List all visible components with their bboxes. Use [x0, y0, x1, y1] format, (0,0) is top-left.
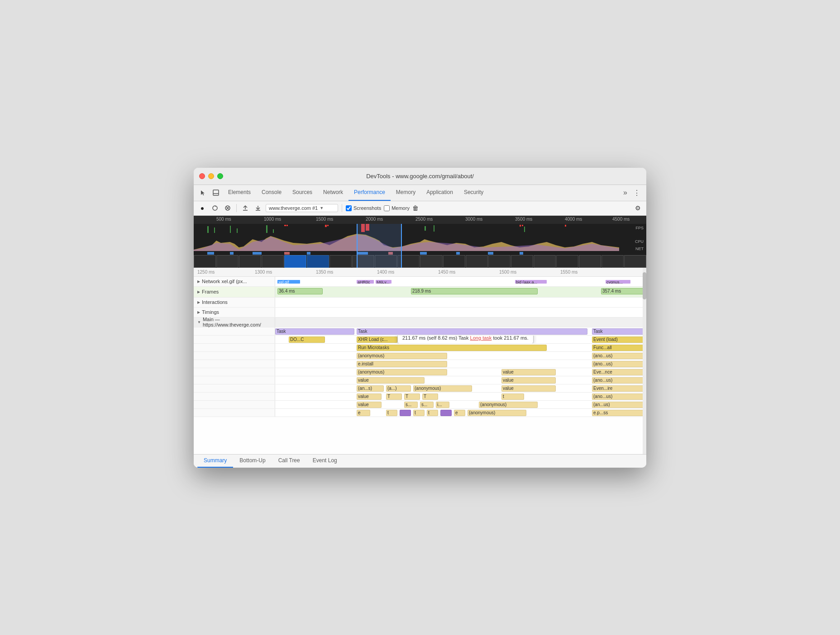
t-e-block-1[interactable]: t: [386, 410, 397, 416]
t-block-4[interactable]: t: [501, 393, 524, 400]
cursor-icon[interactable]: [197, 187, 209, 199]
close-button[interactable]: [199, 173, 205, 179]
anon-block-2[interactable]: (anonymous): [357, 369, 447, 375]
tab-bottom-up[interactable]: Bottom-Up: [233, 454, 272, 468]
screenshot-thumb-active[interactable]: [284, 255, 306, 268]
screenshot-thumb[interactable]: [262, 255, 284, 268]
t-block-1[interactable]: T: [386, 393, 402, 400]
maximize-button[interactable]: [217, 173, 223, 179]
value-block-1[interactable]: value: [501, 369, 556, 375]
clear-button[interactable]: [223, 203, 233, 213]
ano-us-block-1[interactable]: (ano...us): [592, 353, 646, 359]
eve-nce-block[interactable]: Eve...nce: [592, 369, 646, 375]
frame-2[interactable]: 218.9 ms: [411, 288, 538, 294]
tab-elements[interactable]: Elements: [223, 185, 256, 201]
trash-button[interactable]: 🗑: [412, 204, 419, 212]
scrollbar-thumb[interactable]: [643, 272, 646, 299]
tab-performance[interactable]: Performance: [348, 185, 391, 201]
net-item-cygnus[interactable]: cygnus...: [606, 280, 630, 284]
tab-summary[interactable]: Summary: [197, 454, 233, 468]
dock-icon[interactable]: [210, 187, 222, 199]
net-item-xhr[interactable]: xel.gif: [277, 280, 300, 284]
devtools-menu-button[interactable]: ⋮: [631, 187, 643, 199]
minimize-button[interactable]: [208, 173, 214, 179]
screenshot-thumb[interactable]: [239, 255, 261, 268]
einstall-block[interactable]: e.install: [357, 361, 447, 367]
e-block-2[interactable]: e: [454, 410, 465, 416]
more-tabs-button[interactable]: »: [620, 189, 630, 197]
anon-block-1[interactable]: (anonymous): [357, 353, 447, 359]
tab-memory[interactable]: Memory: [391, 185, 421, 201]
timings-row-label[interactable]: ▶ Timings: [194, 308, 275, 317]
screenshot-thumb[interactable]: [420, 255, 442, 268]
xhr-load-block[interactable]: XHR Load (c...: [357, 336, 397, 343]
epss-block[interactable]: e.p...ss: [592, 410, 646, 416]
doc-block[interactable]: DO...C: [289, 336, 325, 343]
ano-us-block-3[interactable]: (ano...us): [592, 377, 646, 384]
screenshot-thumb[interactable]: [466, 255, 488, 268]
screenshot-thumb[interactable]: [556, 255, 578, 268]
value-block-6[interactable]: value: [357, 402, 382, 408]
settings-button[interactable]: ⚙: [633, 203, 643, 213]
t-e-block-3[interactable]: t: [427, 410, 438, 416]
purple-block-1[interactable]: [400, 410, 411, 416]
net-item-ahr0c[interactable]: aHR0c: [357, 280, 374, 284]
net-item-m6ly[interactable]: M6Ly...: [376, 280, 391, 284]
i-block[interactable]: i...: [436, 402, 449, 408]
tab-call-tree[interactable]: Call Tree: [272, 454, 306, 468]
task-block-3[interactable]: Task: [592, 328, 646, 335]
screenshot-thumb[interactable]: [579, 255, 601, 268]
even-ire-block[interactable]: Even...ire: [592, 385, 646, 392]
interactions-row-label[interactable]: ▶ Interactions: [194, 298, 275, 307]
screenshot-thumb[interactable]: [601, 255, 624, 268]
t-block-2[interactable]: T: [404, 393, 420, 400]
main-section-label[interactable]: ▼ Main — https://www.theverge.com/: [194, 318, 275, 327]
value-block-4[interactable]: value: [501, 385, 556, 392]
net-item-bid[interactable]: bid (aax.a...: [515, 280, 547, 284]
event-load-block[interactable]: Event (load): [592, 336, 646, 343]
screenshot-thumb[interactable]: [216, 255, 239, 268]
an-s-block[interactable]: (an...s): [357, 385, 384, 392]
timeline-overview[interactable]: 500 ms 1000 ms 1500 ms 2000 ms 2500 ms 3…: [194, 216, 646, 268]
ano-us-block-4[interactable]: (ano...us): [592, 393, 646, 400]
screenshot-thumb-active2[interactable]: [307, 255, 329, 268]
download-button[interactable]: [253, 203, 263, 213]
frame-3[interactable]: 357.4 ms: [601, 288, 646, 294]
s-block-2[interactable]: s...: [420, 402, 434, 408]
tab-console[interactable]: Console: [256, 185, 287, 201]
tab-network[interactable]: Network: [318, 185, 348, 201]
reload-record-button[interactable]: [210, 203, 220, 213]
screenshot-thumb[interactable]: [511, 255, 533, 268]
record-button[interactable]: ●: [197, 203, 207, 213]
network-row-label[interactable]: ▶ Network xel.gif (px...: [194, 277, 275, 286]
tab-sources[interactable]: Sources: [287, 185, 318, 201]
screenshot-thumb[interactable]: [443, 255, 465, 268]
screenshot-thumb[interactable]: [194, 255, 216, 268]
tab-event-log[interactable]: Event Log: [306, 454, 344, 468]
upload-button[interactable]: [240, 203, 250, 213]
task-block-2[interactable]: Task: [357, 328, 587, 335]
an-us-block-5[interactable]: (an...us): [592, 402, 646, 408]
value-block-5[interactable]: value: [357, 393, 382, 400]
t-e-block-2[interactable]: t: [413, 410, 425, 416]
task-block-1[interactable]: Task: [275, 328, 354, 335]
scrollbar[interactable]: [643, 268, 646, 454]
e-block-1[interactable]: e: [357, 410, 370, 416]
anon-block-4[interactable]: (anonymous): [479, 402, 538, 408]
run-microtasks-block[interactable]: Run Microtasks: [357, 345, 547, 351]
t-block-3[interactable]: T: [422, 393, 438, 400]
anon-block-3[interactable]: (anonymous): [413, 385, 472, 392]
screenshots-checkbox[interactable]: [346, 205, 352, 211]
url-select[interactable]: www.theverge.com #1 ▼: [266, 204, 338, 212]
value-block-2[interactable]: value: [357, 377, 425, 384]
screenshot-thumb[interactable]: [488, 255, 511, 268]
a-block[interactable]: (a...): [386, 385, 411, 392]
screenshot-thumb[interactable]: [329, 255, 352, 268]
tab-security[interactable]: Security: [458, 185, 489, 201]
memory-checkbox-label[interactable]: Memory: [384, 205, 410, 211]
tab-application[interactable]: Application: [421, 185, 458, 201]
screenshot-thumb[interactable]: [624, 255, 646, 268]
value-block-3[interactable]: value: [501, 377, 556, 384]
frame-1[interactable]: 36.4 ms: [277, 288, 323, 294]
memory-checkbox[interactable]: [384, 205, 390, 211]
